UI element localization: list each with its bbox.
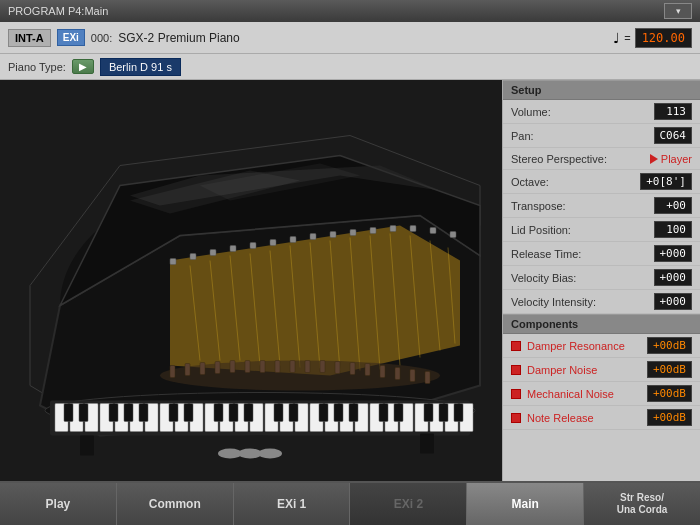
- tempo-value[interactable]: 120.00: [635, 28, 692, 48]
- piano-type-bar: Piano Type: ▶ Berlin D 91 s: [0, 54, 700, 80]
- piano-illustration: [0, 80, 502, 481]
- transpose-value[interactable]: +00: [654, 197, 692, 214]
- svg-rect-34: [430, 228, 436, 234]
- piano-type-value: Berlin D 91 s: [100, 58, 181, 76]
- mechanical-noise-label: Mechanical Noise: [527, 388, 647, 400]
- svg-rect-90: [169, 404, 178, 422]
- damper-resonance-row: Damper Resonance +00dB: [503, 334, 700, 358]
- piano-type-label: Piano Type:: [8, 61, 66, 73]
- svg-rect-22: [190, 254, 196, 260]
- lid-position-row: Lid Position: 100: [503, 218, 700, 242]
- svg-rect-105: [80, 436, 94, 456]
- release-time-label: Release Time:: [511, 248, 654, 260]
- main-content: INT-A EXi 000: SGX-2 Premium Piano ♩ = 1…: [0, 22, 700, 481]
- piano-image-area: [0, 80, 502, 481]
- transpose-row: Transpose: +00: [503, 194, 700, 218]
- svg-rect-96: [289, 404, 298, 422]
- note-release-label: Note Release: [527, 412, 647, 424]
- svg-rect-48: [335, 362, 340, 374]
- svg-rect-95: [274, 404, 283, 422]
- exi-badge[interactable]: EXi: [57, 29, 85, 46]
- svg-rect-85: [64, 404, 73, 422]
- note-release-indicator: [511, 413, 521, 423]
- svg-rect-100: [379, 404, 388, 422]
- svg-rect-37: [170, 366, 175, 378]
- mechanical-noise-value[interactable]: +00dB: [647, 385, 692, 402]
- svg-rect-91: [184, 404, 193, 422]
- tab-str-reso[interactable]: Str Reso/Una Corda: [584, 483, 700, 525]
- svg-rect-103: [439, 404, 448, 422]
- release-time-value[interactable]: +000: [654, 245, 693, 262]
- svg-rect-41: [230, 361, 235, 373]
- dropdown-icon: ▾: [676, 6, 681, 16]
- svg-rect-32: [390, 226, 396, 232]
- tempo-note-icon: ♩: [613, 30, 620, 46]
- tempo-box: ♩ = 120.00: [613, 28, 692, 48]
- note-release-row: Note Release +00dB: [503, 406, 700, 430]
- title-bar: PROGRAM P4:Main ▾: [0, 0, 700, 22]
- svg-rect-28: [310, 234, 316, 240]
- svg-rect-89: [139, 404, 148, 422]
- title-dropdown-button[interactable]: ▾: [664, 3, 692, 19]
- int-badge: INT-A: [8, 29, 51, 47]
- damper-noise-label: Damper Noise: [527, 364, 647, 376]
- volume-row: Volume: 113: [503, 100, 700, 124]
- damper-resonance-indicator: [511, 341, 521, 351]
- stereo-perspective-value[interactable]: Player: [661, 153, 692, 165]
- damper-noise-row: Damper Noise +00dB: [503, 358, 700, 382]
- svg-rect-50: [365, 364, 370, 376]
- window-title: PROGRAM P4:Main: [8, 5, 108, 17]
- svg-rect-94: [244, 404, 253, 422]
- octave-value[interactable]: +0[8']: [640, 173, 692, 190]
- stereo-perspective-label: Stereo Perspective:: [511, 153, 650, 165]
- pan-value[interactable]: C064: [654, 127, 693, 144]
- setup-section-header: Setup: [503, 80, 700, 100]
- svg-rect-24: [230, 246, 236, 252]
- mechanical-noise-row: Mechanical Noise +00dB: [503, 382, 700, 406]
- svg-rect-21: [170, 259, 176, 265]
- svg-rect-45: [290, 361, 295, 373]
- svg-rect-23: [210, 250, 216, 256]
- damper-noise-indicator: [511, 365, 521, 375]
- tab-play[interactable]: Play: [0, 483, 117, 525]
- svg-rect-47: [320, 361, 325, 373]
- pan-row: Pan: C064: [503, 124, 700, 148]
- middle-area: Setup Volume: 113 Pan: C064 Stereo Persp…: [0, 80, 700, 481]
- svg-rect-86: [79, 404, 88, 422]
- svg-rect-43: [260, 361, 265, 373]
- svg-rect-102: [424, 404, 433, 422]
- velocity-bias-label: Velocity Bias:: [511, 272, 654, 284]
- svg-point-109: [218, 449, 242, 459]
- svg-rect-93: [229, 404, 238, 422]
- svg-rect-87: [109, 404, 118, 422]
- volume-value[interactable]: 113: [654, 103, 692, 120]
- svg-rect-46: [305, 361, 310, 373]
- tab-common[interactable]: Common: [117, 483, 234, 525]
- components-section-header: Components: [503, 314, 700, 334]
- svg-rect-39: [200, 363, 205, 375]
- octave-row: Octave: +0[8']: [503, 170, 700, 194]
- velocity-bias-value[interactable]: +000: [654, 269, 693, 286]
- tab-exi1[interactable]: EXi 1: [234, 483, 351, 525]
- svg-rect-53: [410, 370, 415, 382]
- svg-rect-30: [350, 230, 356, 236]
- svg-rect-35: [450, 232, 456, 238]
- svg-rect-40: [215, 362, 220, 374]
- note-release-value[interactable]: +00dB: [647, 409, 692, 426]
- damper-noise-value[interactable]: +00dB: [647, 361, 692, 378]
- lid-position-value[interactable]: 100: [654, 221, 692, 238]
- svg-point-108: [258, 449, 282, 459]
- top-bar: INT-A EXi 000: SGX-2 Premium Piano ♩ = 1…: [0, 22, 700, 54]
- tab-main[interactable]: Main: [467, 483, 584, 525]
- damper-resonance-value[interactable]: +00dB: [647, 337, 692, 354]
- piano-type-play-button[interactable]: ▶: [72, 59, 94, 74]
- svg-rect-92: [214, 404, 223, 422]
- velocity-intensity-value[interactable]: +000: [654, 293, 693, 310]
- svg-rect-29: [330, 232, 336, 238]
- svg-rect-51: [380, 366, 385, 378]
- program-number: 000:: [91, 32, 112, 44]
- tempo-equals: =: [624, 32, 630, 44]
- svg-rect-33: [410, 226, 416, 232]
- volume-label: Volume:: [511, 106, 654, 118]
- svg-rect-101: [394, 404, 403, 422]
